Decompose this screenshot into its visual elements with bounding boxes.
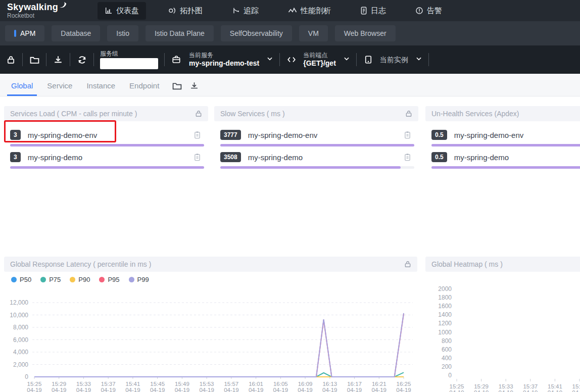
nav-item-log[interactable]: 日志 bbox=[353, 2, 393, 20]
endpoint-icon bbox=[286, 54, 297, 65]
skywalking-logo[interactable]: Skywalking Rocketbot bbox=[7, 3, 67, 19]
svg-text:15:37: 15:37 bbox=[523, 383, 538, 389]
layer-tab-vm[interactable]: VM bbox=[299, 25, 328, 41]
svg-text:04-19: 04-19 bbox=[372, 387, 386, 392]
toolbar-divider bbox=[356, 53, 357, 66]
svg-text:15:25: 15:25 bbox=[27, 381, 42, 387]
clipboard-icon[interactable] bbox=[194, 131, 201, 139]
service-group-input[interactable] bbox=[100, 58, 158, 69]
layer-tab-apm[interactable]: APM bbox=[5, 25, 44, 41]
scope-tab-label: Endpoint bbox=[129, 81, 159, 90]
svg-text:15:37: 15:37 bbox=[101, 381, 116, 387]
svg-text:15:29: 15:29 bbox=[474, 383, 489, 389]
clipboard-icon[interactable] bbox=[194, 153, 201, 161]
nav-item-label: 拓扑图 bbox=[180, 6, 203, 16]
top-navbar: Skywalking Rocketbot 仪表盘 拓扑图 追踪 性能剖析 日志 … bbox=[0, 0, 580, 21]
nav-item-trace[interactable]: 追踪 bbox=[225, 2, 266, 20]
lock-icon[interactable] bbox=[5, 54, 16, 65]
service-name: my-spring-demo bbox=[28, 153, 194, 162]
layer-tab-istio-data-plane[interactable]: Istio Data Plane bbox=[146, 25, 214, 41]
scope-tab-service[interactable]: Service bbox=[40, 76, 79, 96]
toolbar-divider bbox=[46, 53, 46, 66]
svg-text:04-19: 04-19 bbox=[249, 387, 263, 392]
service-name: my-spring-demo-env bbox=[454, 131, 580, 139]
layer-tab-selfobservability[interactable]: SelfObservability bbox=[221, 25, 292, 41]
svg-text:04-19: 04-19 bbox=[101, 387, 115, 392]
service-list-item[interactable]: 3 my-spring-demo bbox=[10, 151, 208, 169]
svg-text:04-19: 04-19 bbox=[224, 387, 238, 392]
download-icon[interactable] bbox=[190, 81, 199, 90]
latency-chart-card: Global Response Latency ( percentile in … bbox=[4, 257, 417, 392]
refresh-icon[interactable] bbox=[76, 54, 87, 65]
service-name: my-spring-demo-env bbox=[28, 131, 194, 139]
scope-tab-label: Global bbox=[11, 81, 33, 90]
metric-bar bbox=[431, 166, 580, 169]
svg-text:04-19: 04-19 bbox=[474, 389, 489, 392]
logo-subtitle: Rocketbot bbox=[7, 13, 67, 19]
nav-item-label: 仪表盘 bbox=[116, 6, 139, 16]
layer-tab-istio[interactable]: Istio bbox=[107, 25, 138, 41]
service-list-item[interactable]: 0.5 my-spring-demo bbox=[431, 151, 580, 169]
svg-text:16:01: 16:01 bbox=[249, 381, 263, 387]
metric-value-badge: 0.5 bbox=[431, 152, 447, 162]
scope-tab-endpoint[interactable]: Endpoint bbox=[122, 76, 166, 96]
card-header: Slow Services ( ms ) bbox=[214, 106, 418, 121]
metric-bar bbox=[10, 166, 204, 169]
scope-tab-instance[interactable]: Instance bbox=[79, 76, 122, 96]
scope-tabbar: Global Service Instance Endpoint bbox=[0, 74, 580, 96]
lock-icon[interactable] bbox=[195, 110, 202, 117]
svg-text:04-19: 04-19 bbox=[396, 387, 411, 392]
folder-icon[interactable] bbox=[172, 82, 182, 90]
clipboard-icon[interactable] bbox=[404, 131, 411, 139]
nav-item-label: 日志 bbox=[371, 6, 386, 16]
nav-item-profile[interactable]: 性能剖析 bbox=[281, 2, 338, 20]
service-list: 3 my-spring-demo-env 3 my-spring-demo bbox=[4, 121, 208, 169]
service-icon bbox=[171, 54, 182, 65]
nav-item-topology[interactable]: 拓扑图 bbox=[161, 2, 210, 20]
card-title: Un-Health Services (Apdex) bbox=[431, 110, 519, 118]
svg-text:04-19: 04-19 bbox=[52, 387, 66, 392]
layer-tab-label: SelfObservability bbox=[230, 29, 283, 37]
service-list-item[interactable]: 3508 my-spring-demo bbox=[220, 151, 418, 169]
current-service-select[interactable]: 当前服务 my-spring-demo-test bbox=[189, 52, 273, 68]
current-endpoint-value: {GET}/get bbox=[303, 59, 336, 68]
layer-tab-label: VM bbox=[308, 29, 319, 37]
toolbar-divider bbox=[164, 53, 165, 66]
nav-item-label: 性能剖析 bbox=[301, 6, 331, 16]
svg-text:04-19: 04-19 bbox=[298, 387, 312, 392]
current-endpoint-select[interactable]: 当前端点 {GET}/get bbox=[303, 52, 350, 68]
svg-text:16:09: 16:09 bbox=[298, 381, 313, 387]
layer-tabbar: APM Database Istio Istio Data Plane Self… bbox=[0, 21, 580, 45]
svg-text:16:05: 16:05 bbox=[273, 381, 288, 387]
svg-text:12,000: 12,000 bbox=[10, 299, 28, 306]
lock-icon[interactable] bbox=[405, 110, 412, 117]
current-instance-label: 当前实例 bbox=[380, 56, 408, 63]
current-service-value: my-spring-demo-test bbox=[189, 59, 259, 68]
service-list-item[interactable]: 3 my-spring-demo-env bbox=[10, 128, 208, 146]
unhealth-services-card: Un-Health Services (Apdex) 0.5 my-spring… bbox=[425, 106, 580, 167]
svg-text:2,000: 2,000 bbox=[13, 361, 28, 368]
current-instance-select[interactable]: 当前实例 bbox=[380, 55, 422, 64]
service-list-item[interactable]: 0.5 my-spring-demo-env bbox=[431, 128, 580, 146]
svg-text:15:45: 15:45 bbox=[572, 383, 580, 389]
svg-text:400: 400 bbox=[442, 355, 452, 362]
nav-item-label: 追踪 bbox=[244, 6, 259, 16]
svg-text:04-19: 04-19 bbox=[27, 387, 41, 392]
layer-tab-web-browser[interactable]: Web Browser bbox=[335, 25, 396, 41]
layer-tab-database[interactable]: Database bbox=[52, 25, 100, 41]
nav-item-dashboard[interactable]: 仪表盘 bbox=[98, 2, 146, 20]
download-icon[interactable] bbox=[53, 54, 64, 65]
service-list: 3777 my-spring-demo-env 3508 my-spring-d… bbox=[214, 121, 418, 169]
top-menu: 仪表盘 拓扑图 追踪 性能剖析 日志 告警 bbox=[98, 2, 449, 20]
folder-icon[interactable] bbox=[29, 54, 40, 65]
nav-item-alarm[interactable]: 告警 bbox=[408, 2, 449, 20]
svg-text:16:25: 16:25 bbox=[397, 381, 411, 387]
svg-text:4,000: 4,000 bbox=[13, 349, 28, 356]
service-list-item[interactable]: 3777 my-spring-demo-env bbox=[220, 128, 418, 146]
clipboard-icon[interactable] bbox=[404, 153, 411, 161]
instance-icon bbox=[363, 54, 374, 65]
svg-text:16:21: 16:21 bbox=[372, 381, 386, 387]
metric-value-badge: 3777 bbox=[220, 130, 241, 140]
scope-tab-global[interactable]: Global bbox=[4, 76, 40, 96]
svg-text:04-19: 04-19 bbox=[347, 387, 362, 392]
